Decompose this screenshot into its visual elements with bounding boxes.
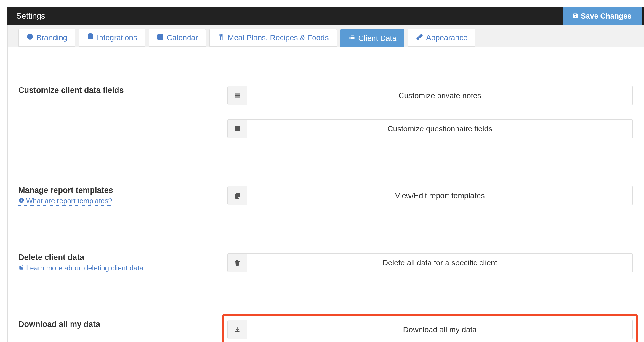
database-icon <box>87 33 94 42</box>
button-label: View/Edit report templates <box>247 186 632 205</box>
tab-content: Customize client data fields Customize p… <box>7 47 644 342</box>
section-heading: Customize client data fields <box>18 86 124 95</box>
section-heading: Download all my data <box>18 320 100 329</box>
section-customize: Customize client data fields Customize p… <box>18 86 633 138</box>
delete-client-data-button[interactable]: Delete all data for a specific client <box>227 253 633 272</box>
download-all-data-button[interactable]: Download all my data <box>227 320 633 339</box>
button-label: Download all my data <box>247 320 632 339</box>
button-label: Delete all data for a specific client <box>247 254 632 272</box>
section-download-data: Download all my data Download all my dat… <box>18 320 633 339</box>
highlight-box: Download all my data <box>222 314 638 342</box>
utensils-icon <box>217 33 225 42</box>
list-icon <box>228 86 247 105</box>
button-label: Customize questionnaire fields <box>247 120 632 138</box>
tab-label: Client Data <box>358 34 397 43</box>
trash-icon <box>228 254 247 272</box>
help-link-delete-client-data[interactable]: Learn more about deleting client data <box>18 264 143 272</box>
tab-calendar[interactable]: Calendar <box>149 29 206 47</box>
external-link-icon <box>18 264 24 272</box>
help-link-report-templates[interactable]: What are report templates? <box>18 197 112 206</box>
customize-questionnaire-button[interactable]: Customize questionnaire fields <box>227 119 633 138</box>
section-heading: Manage report templates <box>18 186 113 195</box>
tab-label: Appearance <box>426 33 467 42</box>
tab-label: Branding <box>36 33 67 42</box>
section-label: Delete client data Learn more about dele… <box>18 253 227 272</box>
tab-appearance[interactable]: Appearance <box>408 29 475 47</box>
help-link-label: Learn more about deleting client data <box>26 264 143 272</box>
brush-icon <box>416 33 423 42</box>
view-edit-report-templates-button[interactable]: View/Edit report templates <box>227 186 633 205</box>
calendar-icon <box>157 33 164 42</box>
info-icon <box>18 197 24 205</box>
files-icon <box>228 186 247 205</box>
tab-integrations[interactable]: Integrations <box>79 29 145 47</box>
copyright-icon <box>26 33 33 42</box>
customize-private-notes-button[interactable]: Customize private notes <box>227 86 633 105</box>
tab-meal-plans[interactable]: Meal Plans, Recipes & Foods <box>209 29 337 47</box>
settings-header: Settings Save Changes <box>7 7 644 25</box>
section-delete-client-data: Delete client data Learn more about dele… <box>18 253 633 272</box>
section-label: Customize client data fields <box>18 86 227 95</box>
tabs-row: Branding Integrations Calendar Meal Plan… <box>7 25 644 47</box>
tab-branding[interactable]: Branding <box>18 29 75 47</box>
button-label: Customize private notes <box>247 86 632 105</box>
save-changes-button[interactable]: Save Changes <box>563 7 642 25</box>
tab-label: Meal Plans, Recipes & Foods <box>228 33 329 42</box>
section-heading: Delete client data <box>18 253 84 262</box>
save-button-label: Save Changes <box>581 12 632 20</box>
section-report-templates: Manage report templates What are report … <box>18 186 633 206</box>
help-link-label: What are report templates? <box>26 197 112 205</box>
list-icon <box>348 34 355 43</box>
tab-label: Calendar <box>167 33 198 42</box>
edit-icon <box>228 120 247 138</box>
section-label: Manage report templates What are report … <box>18 186 227 206</box>
tab-label: Integrations <box>97 33 137 42</box>
download-icon <box>228 320 247 339</box>
tab-client-data[interactable]: Client Data <box>340 29 405 47</box>
save-icon <box>573 12 579 20</box>
section-label: Download all my data <box>18 320 227 329</box>
page-title: Settings <box>16 12 45 21</box>
